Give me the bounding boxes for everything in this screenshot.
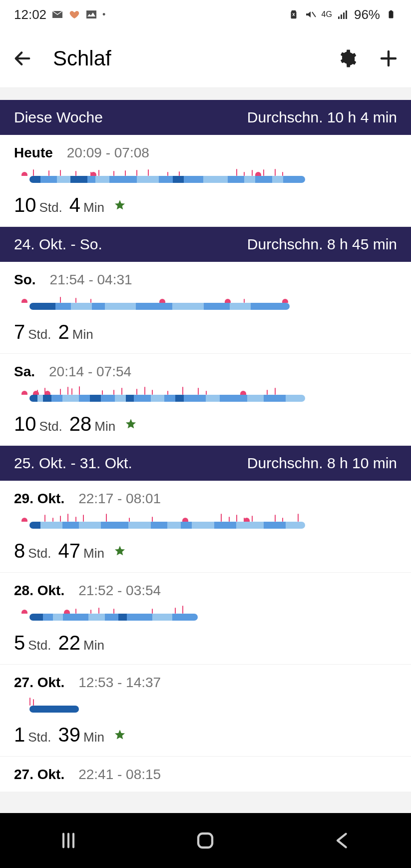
entry-range: 21:54 - 04:31 — [50, 272, 132, 288]
app-header: Schlaf — [0, 29, 411, 88]
network-label: 4G — [322, 10, 332, 18]
entry-range: 20:09 - 07:08 — [67, 145, 149, 161]
svg-line-2 — [312, 12, 316, 17]
status-right-group: 4G 96% — [288, 7, 397, 22]
entry-day: 27. Okt. — [14, 767, 64, 783]
sleep-graph — [14, 698, 397, 713]
heart-icon — [68, 8, 80, 20]
svg-rect-6 — [346, 10, 347, 19]
week-header: 24. Okt. - So. Durchschn. 8 h 45 min — [0, 227, 411, 262]
picture-icon — [85, 8, 97, 20]
add-button[interactable] — [378, 48, 399, 69]
recycle-icon — [288, 8, 300, 20]
week-title: 25. Okt. - 31. Okt. — [14, 455, 132, 472]
sleep-entry[interactable]: 27. Okt. 12:53 - 14:37 1 Std. 39 Min — [0, 665, 411, 757]
entry-range: 12:53 - 14:37 — [78, 675, 161, 691]
svg-rect-5 — [343, 12, 345, 19]
status-time: 12:02 — [14, 7, 46, 22]
entry-day: So. — [14, 272, 36, 288]
svg-rect-4 — [341, 14, 342, 19]
mail-icon — [51, 8, 63, 20]
status-left-group: 12:02 • — [14, 7, 105, 22]
status-dot-icon: • — [102, 9, 105, 20]
entry-day: 27. Okt. — [14, 675, 64, 691]
entry-day: 29. Okt. — [14, 491, 64, 507]
sleep-entry[interactable]: Heute 20:09 - 07:08 10 Std. 4 Min — [0, 135, 411, 227]
svg-rect-9 — [198, 834, 212, 848]
entry-duration: 8 Std. 47 Min — [14, 540, 397, 562]
sleep-entry[interactable]: 29. Okt. 22:17 - 08:01 8 Std. 47 Min — [0, 481, 411, 573]
week-header: Diese Woche Durchschn. 10 h 4 min — [0, 100, 411, 135]
svg-rect-8 — [390, 10, 393, 11]
mute-icon — [305, 8, 317, 20]
sleep-entry[interactable]: Sa. 20:14 - 07:54 10 Std. 28 Min — [0, 354, 411, 446]
entry-duration: 1 Std. 39 Min — [14, 724, 397, 746]
back-button[interactable] — [12, 48, 33, 69]
battery-icon — [385, 8, 397, 20]
sleep-entry[interactable]: So. 21:54 - 04:31 7 Std. 2 Min — [0, 262, 411, 354]
sleep-graph — [14, 168, 397, 183]
sleep-graph — [14, 606, 397, 621]
recents-button[interactable] — [56, 828, 81, 853]
entry-range: 22:17 - 08:01 — [78, 491, 161, 507]
entry-duration: 7 Std. 2 Min — [14, 321, 397, 343]
sleep-graph — [14, 514, 397, 529]
entry-day: 28. Okt. — [14, 583, 64, 599]
week-avg: Durchschn. 10 h 4 min — [247, 109, 397, 126]
page-title: Schlaf — [53, 46, 317, 70]
entry-range: 20:14 - 07:54 — [49, 364, 131, 380]
week-title: 24. Okt. - So. — [14, 236, 102, 253]
sleep-entry[interactable]: 27. Okt. 22:41 - 08:15 — [0, 757, 411, 792]
svg-rect-1 — [86, 10, 96, 18]
sleep-entry[interactable]: 28. Okt. 21:52 - 03:54 5 Std. 22 Min — [0, 573, 411, 665]
back-nav-button[interactable] — [330, 828, 355, 853]
entry-day: Sa. — [14, 364, 35, 380]
signal-icon — [337, 8, 349, 20]
week-header: 25. Okt. - 31. Okt. Durchschn. 8 h 10 mi… — [0, 446, 411, 481]
entry-range: 21:52 - 03:54 — [78, 583, 161, 599]
status-bar: 12:02 • 4G 96% — [0, 0, 411, 29]
svg-rect-3 — [338, 16, 340, 19]
week-avg: Durchschn. 8 h 45 min — [247, 236, 397, 253]
week-avg: Durchschn. 8 h 10 min — [247, 455, 397, 472]
week-title: Diese Woche — [14, 109, 103, 126]
entry-duration: 10 Std. 28 Min — [14, 413, 397, 435]
sleep-graph — [14, 295, 397, 310]
entry-duration: 5 Std. 22 Min — [14, 632, 397, 654]
entry-day: Heute — [14, 145, 53, 161]
sleep-log-scroll[interactable]: Diese Woche Durchschn. 10 h 4 min Heute … — [0, 88, 411, 813]
sleep-graph — [14, 387, 397, 402]
home-button[interactable] — [193, 828, 218, 853]
entry-range: 22:41 - 08:15 — [78, 767, 161, 783]
entry-duration: 10 Std. 4 Min — [14, 194, 397, 216]
system-nav-bar — [0, 813, 411, 868]
settings-button[interactable] — [337, 48, 358, 69]
svg-rect-7 — [389, 11, 394, 18]
battery-text: 96% — [354, 7, 380, 22]
